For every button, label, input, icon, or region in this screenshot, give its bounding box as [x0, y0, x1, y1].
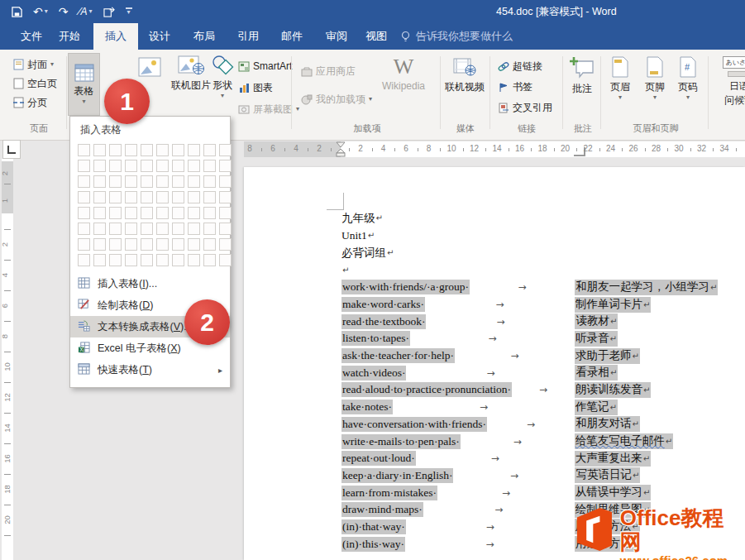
shapes-button[interactable]: 形状 ▾: [210, 55, 235, 99]
grid-cell[interactable]: [93, 160, 106, 172]
japanese-greeting-button[interactable]: あいさつ 日语 问候语: [714, 56, 745, 108]
grid-cell[interactable]: [156, 238, 169, 251]
grid-cell[interactable]: [188, 144, 200, 156]
grid-cell[interactable]: [125, 160, 137, 172]
grid-cell[interactable]: [172, 175, 184, 188]
open-document-icon[interactable]: [103, 7, 115, 17]
blank-page-button[interactable]: 空白页: [13, 75, 57, 92]
redo-icon[interactable]: ↷: [59, 6, 69, 17]
grid-cell[interactable]: [78, 160, 90, 172]
grid-cell[interactable]: [125, 144, 137, 156]
grid-cell[interactable]: [109, 207, 122, 219]
table-button[interactable]: 表格 ▾: [68, 53, 100, 116]
grid-cell[interactable]: [219, 223, 232, 235]
ribbon-tab-6[interactable]: 引用: [230, 23, 266, 50]
online-video-button[interactable]: 联机视频: [445, 56, 485, 94]
vocab-english[interactable]: write·e-mails·to·pen·pals·: [341, 434, 461, 449]
vocab-chinese[interactable]: 给笔友写电子邮件↵: [575, 433, 673, 449]
smartart-button[interactable]: SmartArt: [238, 58, 299, 74]
grid-cell[interactable]: [109, 191, 122, 203]
vocab-english[interactable]: work·with·friends/·a·group·: [341, 280, 470, 294]
grid-cell[interactable]: [172, 223, 184, 235]
online-pictures-button[interactable]: 联机图片: [171, 55, 211, 93]
table-menu-item[interactable]: 插入表格(I)...: [70, 273, 230, 294]
comment-button[interactable]: 批注: [569, 56, 595, 96]
grid-cell[interactable]: [156, 144, 169, 156]
vocab-english[interactable]: listen·to·tapes·: [341, 331, 410, 346]
grid-cell[interactable]: [93, 191, 106, 203]
grid-cell[interactable]: [78, 254, 90, 266]
grid-cell[interactable]: [78, 144, 90, 156]
grid-cell[interactable]: [219, 160, 232, 172]
grid-cell[interactable]: [172, 144, 184, 156]
vocab-chinese[interactable]: 和朋友一起学习，小组学习↵: [575, 280, 718, 295]
vocab-english[interactable]: ask·the·teacher·for·help·: [341, 348, 455, 363]
grid-cell[interactable]: [172, 207, 184, 219]
grid-cell[interactable]: [219, 238, 232, 251]
ribbon-tab-8[interactable]: 审阅: [318, 23, 355, 50]
my-addins-button[interactable]: 我的加载项▾: [301, 91, 372, 108]
vocab-english[interactable]: draw·mind·maps·: [341, 502, 423, 517]
vocab-english[interactable]: read·the·textbook·: [341, 314, 426, 329]
grid-cell[interactable]: [188, 175, 200, 188]
ribbon-tab-2[interactable]: 开始: [51, 23, 88, 50]
doc-heading-phrases[interactable]: 必背词组↵: [341, 244, 745, 261]
ribbon-tab-1[interactable]: 文件: [13, 23, 50, 50]
doc-blank-line[interactable]: ↵: [341, 261, 745, 279]
cover-page-button[interactable]: 封面▾: [13, 56, 57, 73]
grid-cell[interactable]: [203, 191, 216, 203]
grid-cell[interactable]: [219, 175, 232, 188]
grid-cell[interactable]: [141, 160, 153, 172]
page-number-button[interactable]: # 页码 ▾: [678, 56, 698, 101]
grid-cell[interactable]: [93, 223, 106, 235]
vocab-chinese[interactable]: 从错误中学习↵: [575, 485, 651, 500]
customize-qat-icon[interactable]: ▾: [126, 7, 132, 16]
vocab-english[interactable]: make·word·carks·: [341, 297, 425, 312]
grid-cell[interactable]: [93, 238, 106, 251]
grid-cell[interactable]: [156, 160, 169, 172]
vocab-english[interactable]: (in)·that·way·: [341, 519, 406, 534]
grid-cell[interactable]: [125, 191, 137, 203]
grid-cell[interactable]: [78, 191, 90, 203]
footer-button[interactable]: 页脚 ▾: [645, 56, 665, 101]
grid-cell[interactable]: [156, 223, 169, 235]
grid-cell[interactable]: [141, 238, 153, 251]
grid-cell[interactable]: [203, 207, 216, 219]
screenshot-button[interactable]: 屏幕截图▾: [238, 101, 299, 117]
vocab-chinese[interactable]: 制作单词卡片↵: [575, 297, 651, 313]
ribbon-tab-5[interactable]: 布局: [186, 23, 222, 50]
vocab-chinese[interactable]: 朗读训练发音↵: [575, 382, 651, 398]
vocab-chinese[interactable]: 大声重复出来↵: [575, 451, 651, 467]
grid-cell[interactable]: [93, 175, 106, 188]
grid-cell[interactable]: [141, 223, 153, 235]
grid-cell[interactable]: [219, 254, 232, 266]
grid-cell[interactable]: [188, 223, 200, 235]
vocab-chinese[interactable]: 求助于老师↵: [575, 348, 640, 364]
undo-icon[interactable]: ↶▾: [33, 6, 48, 17]
grid-cell[interactable]: [203, 223, 216, 235]
grid-cell[interactable]: [109, 223, 122, 235]
grid-cell[interactable]: [78, 175, 90, 188]
vocab-chinese[interactable]: 写英语日记↵: [575, 467, 640, 483]
grid-cell[interactable]: [172, 254, 184, 266]
vocab-english[interactable]: keep·a·diary·in·English·: [341, 468, 453, 483]
grid-cell[interactable]: [125, 175, 137, 188]
grid-cell[interactable]: [125, 238, 137, 251]
save-icon[interactable]: [12, 7, 22, 17]
grid-cell[interactable]: [109, 144, 122, 156]
ribbon-tab-3[interactable]: 插入: [93, 23, 138, 50]
ribbon-tab-9[interactable]: 视图: [358, 23, 394, 50]
grid-cell[interactable]: [188, 160, 200, 172]
grid-cell[interactable]: [93, 254, 106, 266]
indent-markers[interactable]: [335, 141, 346, 157]
grid-cell[interactable]: [125, 254, 137, 266]
grid-cell[interactable]: [203, 175, 216, 188]
vocab-english[interactable]: watch·videos·: [341, 366, 406, 381]
grid-cell[interactable]: [172, 238, 184, 251]
bookmark-button[interactable]: 书签: [498, 79, 552, 95]
grid-cell[interactable]: [219, 191, 232, 203]
ribbon-tab-7[interactable]: 邮件: [274, 23, 310, 50]
page-break-button[interactable]: 分页: [13, 94, 57, 111]
grid-cell[interactable]: [203, 238, 216, 251]
grid-cell[interactable]: [141, 191, 153, 203]
